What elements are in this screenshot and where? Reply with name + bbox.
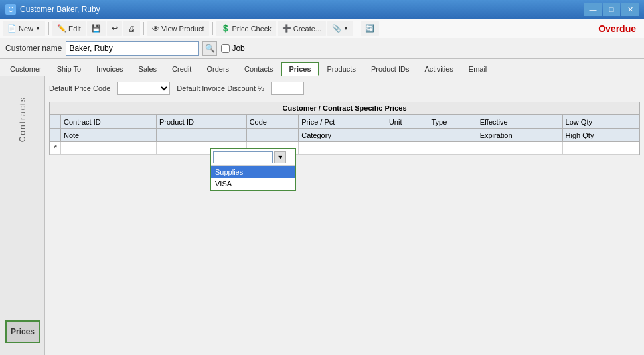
undo-icon: ↩ <box>112 24 118 33</box>
table-header-title: Customer / Contract Specific Prices <box>50 102 639 115</box>
col-blank3 <box>246 129 299 142</box>
print-icon: 🖨 <box>128 25 135 33</box>
app-icon: C <box>5 4 16 15</box>
create-button[interactable]: ➕ Create... <box>278 21 326 36</box>
tab-activities[interactable]: Activities <box>417 61 460 76</box>
window-title: Customer Baker, Ruby <box>20 5 584 14</box>
customer-name-row: Customer name 🔍 Job <box>0 38 644 59</box>
create-icon: ➕ <box>282 24 291 33</box>
col-marker-header <box>50 115 61 129</box>
job-label: Job <box>232 44 244 53</box>
col-note-header: Note <box>61 129 157 142</box>
search-icon: 🔍 <box>205 44 215 53</box>
tab-bar: Customer Ship To Invoices Sales Credit O… <box>0 59 644 76</box>
col-blank6 <box>428 129 477 142</box>
dropdown-input-row: ▼ <box>211 149 295 166</box>
col-marker-header2 <box>50 129 61 142</box>
category-dropdown: ▼ Supplies VISA <box>210 148 296 191</box>
cell-type-new[interactable] <box>428 142 477 155</box>
tab-sales[interactable]: Sales <box>131 61 165 76</box>
price-check-icon: 💲 <box>221 24 230 33</box>
prices-table-section: Customer / Contract Specific Prices Cont… <box>49 102 640 155</box>
tab-product-ids[interactable]: Product IDs <box>364 61 416 76</box>
customer-name-input[interactable] <box>66 41 199 56</box>
right-content: Default Price Code Default Invoice Disco… <box>45 76 644 355</box>
job-checkbox-row: Job <box>221 44 244 53</box>
separator-1 <box>48 22 49 35</box>
job-checkbox[interactable] <box>221 44 230 53</box>
default-invoice-discount-input[interactable] <box>271 82 304 95</box>
dropdown-item-visa[interactable]: VISA <box>211 178 295 190</box>
tab-ship-to[interactable]: Ship To <box>50 61 89 76</box>
separator-4 <box>357 22 357 35</box>
price-code-row: Default Price Code Default Invoice Disco… <box>49 80 640 96</box>
col-product-id-header: Product ID <box>156 115 246 129</box>
refresh-button[interactable]: 🔄 <box>361 21 379 36</box>
tab-customer[interactable]: Customer <box>3 61 49 76</box>
minimize-button[interactable]: — <box>584 3 602 16</box>
col-effective-header: Effective <box>477 115 562 129</box>
customer-name-label: Customer name <box>5 44 62 53</box>
col-low-qty-header: Low Qty <box>562 115 639 129</box>
default-price-code-label: Default Price Code <box>49 84 110 92</box>
table-row-new: * <box>50 142 639 155</box>
cell-contract-id-new[interactable] <box>61 142 157 155</box>
default-invoice-discount-label: Default Invoice Discount % <box>177 84 264 92</box>
tab-contacts[interactable]: Contacts <box>237 61 280 76</box>
cell-effective-new[interactable] <box>477 142 562 155</box>
title-bar: C Customer Baker, Ruby — □ ✕ <box>0 0 644 19</box>
dropdown-chevron-icon: ▼ <box>278 154 283 161</box>
dropdown-item-supplies[interactable]: Supplies <box>211 166 295 178</box>
save-icon: 💾 <box>92 24 101 33</box>
tab-credit[interactable]: Credit <box>165 61 199 76</box>
col-unit-header: Unit <box>386 115 428 129</box>
col-blank5 <box>386 129 428 142</box>
prices-badge[interactable]: Prices <box>5 320 40 343</box>
refresh-icon: 🔄 <box>365 24 374 33</box>
col-price-pct-header: Price / Pct <box>299 115 386 129</box>
undo-button[interactable]: ↩ <box>107 21 122 36</box>
col-code-header: Code <box>246 115 299 129</box>
dropdown-search-input[interactable] <box>213 151 273 163</box>
separator-3 <box>212 22 213 35</box>
prices-table: Contract ID Product ID Code Price / Pct … <box>50 115 639 155</box>
left-sidebar: Contracts <box>0 76 45 355</box>
dropdown-arrow-button[interactable]: ▼ <box>274 151 286 163</box>
tab-invoices[interactable]: Invoices <box>89 61 130 76</box>
print-button[interactable]: 🖨 <box>123 21 140 36</box>
main-content: Contracts Default Price Code Default Inv… <box>0 76 644 355</box>
price-check-button[interactable]: 💲 Price Check <box>216 21 276 36</box>
col-expiration-header: Expiration <box>477 129 562 142</box>
toolbar: 📄 New ▼ ✏️ Edit 💾 ↩ 🖨 👁 View Product 💲 P… <box>0 19 644 38</box>
new-button[interactable]: 📄 New ▼ <box>3 21 45 36</box>
attach-icon: 📎 <box>332 24 341 33</box>
col-contract-id-header: Contract ID <box>61 115 157 129</box>
close-button[interactable]: ✕ <box>621 3 639 16</box>
row-marker-new: * <box>50 142 61 155</box>
tab-prices[interactable]: Prices <box>281 62 319 76</box>
col-high-qty-header: High Qty <box>562 129 639 142</box>
window-controls: — □ ✕ <box>584 3 639 16</box>
overdue-label: Overdue <box>598 23 636 34</box>
tab-orders[interactable]: Orders <box>199 61 236 76</box>
tab-email[interactable]: Email <box>461 61 495 76</box>
new-icon: 📄 <box>7 24 17 33</box>
view-product-icon: 👁 <box>152 25 159 33</box>
save-button[interactable]: 💾 <box>87 21 106 36</box>
customer-search-button[interactable]: 🔍 <box>202 41 217 56</box>
edit-button[interactable]: ✏️ Edit <box>52 21 86 36</box>
tab-products[interactable]: Products <box>320 61 363 76</box>
cell-low-qty-new[interactable] <box>562 142 639 155</box>
col-type-header: Type <box>428 115 477 129</box>
new-dropdown-icon: ▼ <box>35 25 40 31</box>
attach-button[interactable]: 📎 ▼ <box>327 21 353 36</box>
cell-unit-new[interactable] <box>386 142 428 155</box>
default-price-code-select[interactable] <box>117 82 170 95</box>
separator-2 <box>143 22 144 35</box>
cell-price-new[interactable] <box>299 142 386 155</box>
maximize-button[interactable]: □ <box>603 3 620 16</box>
col-category-header: Category <box>299 129 386 142</box>
col-blank2 <box>156 129 246 142</box>
attach-dropdown-icon: ▼ <box>343 25 349 31</box>
view-product-button[interactable]: 👁 View Product <box>147 21 209 36</box>
